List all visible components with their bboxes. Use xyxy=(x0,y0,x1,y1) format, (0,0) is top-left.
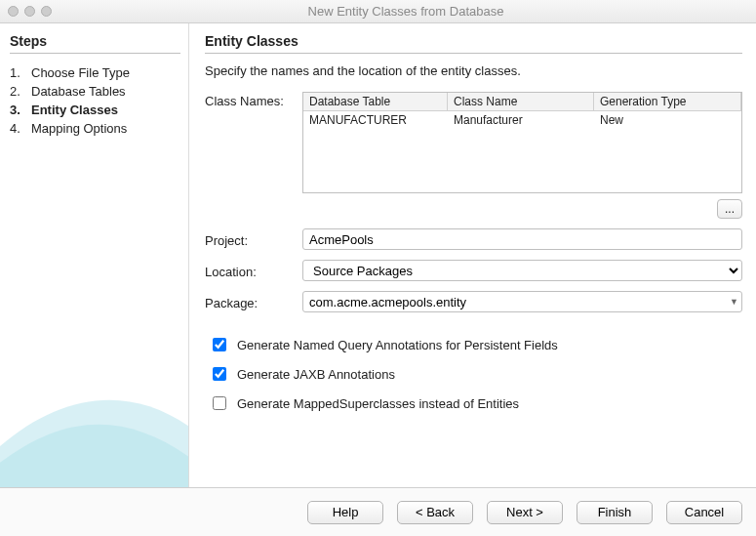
step-database-tables: 2. Database Tables xyxy=(10,82,180,101)
more-button-wrap: ... xyxy=(302,199,742,219)
table-header: Database Table Class Name Generation Typ… xyxy=(303,93,741,111)
steps-heading: Steps xyxy=(10,33,180,49)
table-row[interactable]: MANUFACTURER Manufacturer New xyxy=(303,111,741,129)
package-combo[interactable]: ▼ xyxy=(302,291,742,312)
package-field[interactable] xyxy=(302,291,742,312)
class-names-table-wrap: Database Table Class Name Generation Typ… xyxy=(302,92,742,219)
check-named-query[interactable]: Generate Named Query Annotations for Per… xyxy=(205,330,742,359)
more-button[interactable]: ... xyxy=(717,199,742,219)
window-controls xyxy=(8,6,52,17)
checkbox-jaxb[interactable] xyxy=(213,367,226,381)
checkbox-label: Generate JAXB Annotations xyxy=(237,367,395,382)
checkbox-mapped-superclasses[interactable] xyxy=(213,396,226,410)
divider xyxy=(205,53,742,54)
zoom-icon[interactable] xyxy=(41,6,52,17)
project-label: Project: xyxy=(205,231,302,248)
ellipsis-icon: ... xyxy=(725,202,735,216)
titlebar: New Entity Classes from Database xyxy=(0,0,756,23)
checkbox-named-query[interactable] xyxy=(213,338,226,351)
checkbox-label: Generate MappedSuperclasses instead of E… xyxy=(237,396,519,411)
close-icon[interactable] xyxy=(8,6,19,17)
subtitle: Specify the names and the location of th… xyxy=(205,63,742,78)
location-label: Location: xyxy=(205,263,302,279)
cancel-button[interactable]: Cancel xyxy=(666,501,742,524)
help-button[interactable]: Help xyxy=(307,501,383,524)
col-database-table[interactable]: Database Table xyxy=(303,93,448,110)
steps-list: 1. Choose File Type 2. Database Tables 3… xyxy=(10,63,180,138)
package-label: Package: xyxy=(205,294,302,310)
divider xyxy=(10,53,180,54)
check-jaxb[interactable]: Generate JAXB Annotations xyxy=(205,359,742,389)
col-generation-type[interactable]: Generation Type xyxy=(594,93,741,110)
main-panel: Entity Classes Specify the names and the… xyxy=(189,23,756,487)
class-names-row: Class Names: Database Table Class Name G… xyxy=(205,92,742,219)
checkbox-label: Generate Named Query Annotations for Per… xyxy=(237,338,558,352)
package-row: Package: ▼ xyxy=(205,291,742,312)
project-row: Project: xyxy=(205,228,742,250)
col-class-name[interactable]: Class Name xyxy=(448,93,594,110)
step-number: 3. xyxy=(10,103,31,117)
location-select[interactable]: Source Packages xyxy=(302,260,742,281)
step-number: 1. xyxy=(10,65,31,80)
step-number: 4. xyxy=(10,121,31,136)
step-label: Mapping Options xyxy=(31,121,127,136)
next-button[interactable]: Next > xyxy=(487,501,563,524)
cell-generation-type: New xyxy=(594,111,741,129)
step-entity-classes: 3. Entity Classes xyxy=(10,101,180,119)
step-number: 2. xyxy=(10,84,31,99)
check-mapped-superclasses[interactable]: Generate MappedSuperclasses instead of E… xyxy=(205,389,742,418)
steps-sidebar: Steps 1. Choose File Type 2. Database Ta… xyxy=(0,23,189,487)
window-title: New Entity Classes from Database xyxy=(63,4,748,19)
step-label: Database Tables xyxy=(31,84,126,99)
footer: Help < Back Next > Finish Cancel xyxy=(0,487,756,536)
step-mapping-options: 4. Mapping Options xyxy=(10,119,180,138)
cell-class-name: Manufacturer xyxy=(448,111,594,129)
finish-button[interactable]: Finish xyxy=(577,501,653,524)
step-choose-file-type: 1. Choose File Type xyxy=(10,63,180,82)
step-label: Entity Classes xyxy=(31,103,118,117)
cell-database-table: MANUFACTURER xyxy=(303,111,448,129)
project-field[interactable] xyxy=(302,228,742,250)
minimize-icon[interactable] xyxy=(24,6,35,17)
class-names-label: Class Names: xyxy=(205,92,302,108)
decorative-swoosh xyxy=(0,331,189,487)
step-label: Choose File Type xyxy=(31,65,130,80)
location-row: Location: Source Packages xyxy=(205,260,742,281)
class-names-table[interactable]: Database Table Class Name Generation Typ… xyxy=(302,92,742,193)
back-button[interactable]: < Back xyxy=(397,501,473,524)
content-area: Steps 1. Choose File Type 2. Database Ta… xyxy=(0,23,756,487)
page-title: Entity Classes xyxy=(205,33,742,49)
